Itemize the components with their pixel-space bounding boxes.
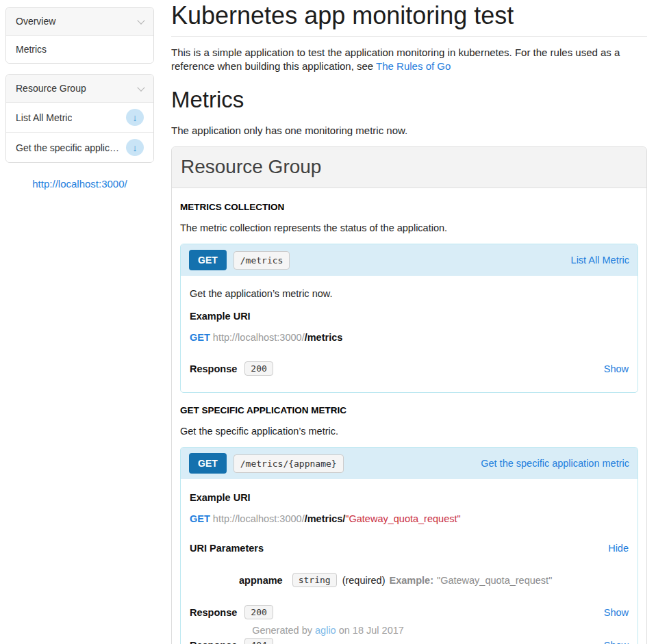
uri-parameters-label: URI Parameters	[190, 543, 264, 554]
sidebar-item-label: List All Metric	[16, 112, 72, 123]
example-uri-label: Example URI	[190, 492, 629, 503]
sidebar-item-metrics[interactable]: Metrics	[6, 36, 153, 63]
arrow-down-icon[interactable]: ↓	[126, 139, 144, 156]
action-body: Get the application’s metric now. Exampl…	[181, 276, 638, 392]
action-description: Get the application’s metric now.	[190, 288, 629, 299]
uri-template-chip: /metrics	[234, 251, 290, 270]
host-link[interactable]: http://localhost:3000/	[5, 178, 154, 190]
page-header: Kubernetes app monitoring test	[171, 0, 647, 37]
arrow-down-icon[interactable]: ↓	[126, 109, 144, 126]
example-method: GET	[190, 332, 210, 343]
main-content: Kubernetes app monitoring test This is a…	[171, 0, 647, 644]
parameter-type-chip: string	[292, 573, 337, 587]
example-method: GET	[190, 513, 210, 524]
page-title: Kubernetes app monitoring test	[171, 1, 647, 29]
uri-template-chip: /metrics/{appname}	[234, 454, 344, 473]
parameter-required-flag: (required)	[342, 575, 386, 586]
sidebar-group-resource-group: Resource Group List All Metric ↓ Get the…	[5, 74, 154, 163]
footer-date: on 18 Jul 2017	[336, 625, 404, 636]
sidebar-group-resource-group-label: Resource Group	[16, 83, 86, 94]
sidebar: Overview Metrics Resource Group List All…	[5, 7, 154, 190]
action-title-link[interactable]: List All Metric	[571, 255, 629, 266]
response-row: Response 200 Show	[190, 605, 629, 619]
example-uri: GET http://localhost:3000//metrics	[190, 332, 629, 343]
uri-parameters-hide-link[interactable]: Hide	[608, 543, 629, 554]
chevron-down-icon	[137, 83, 144, 91]
response-code-chip: 200	[244, 605, 273, 619]
example-uri-parameter-value: "Gateway_quota_request"	[345, 513, 460, 524]
page-footer: Generated by aglio on 18 Jul 2017	[0, 625, 656, 636]
resource-description: Get the specific application’s metric.	[180, 426, 638, 437]
parameter-example-label: Example:	[390, 575, 433, 586]
http-method-badge: GET	[189, 250, 227, 270]
resource-group-body: METRICS COLLECTION The metric collection…	[172, 188, 646, 644]
example-uri-label: Example URI	[190, 311, 629, 322]
http-method-badge: GET	[189, 453, 227, 474]
action-body: Example URI GET http://localhost:3000//m…	[181, 479, 638, 644]
action-card-get-specific-application-metric: GET /metrics/{appname} Get the specific …	[180, 447, 638, 644]
intro-paragraph: This is a simple application to test the…	[171, 46, 647, 73]
sidebar-group-overview: Overview Metrics	[5, 7, 154, 64]
sidebar-item-list-all-metric[interactable]: List All Metric ↓	[6, 103, 153, 133]
response-label: Response	[190, 607, 237, 618]
response-label: Response	[190, 640, 237, 644]
sidebar-group-overview-header[interactable]: Overview	[6, 8, 153, 36]
response-row: Response 404 Show	[190, 638, 629, 644]
sidebar-group-resource-group-header[interactable]: Resource Group	[6, 75, 153, 103]
resource-group-panel: Resource Group METRICS COLLECTION The me…	[171, 146, 647, 644]
metrics-section-description: The application only has one monitoring …	[171, 125, 647, 136]
response-show-link[interactable]: Show	[604, 363, 629, 374]
example-path: /metrics	[305, 332, 343, 343]
example-host: http://localhost:3000/	[213, 332, 305, 343]
resource-group-heading: Resource Group	[172, 147, 646, 188]
example-uri: GET http://localhost:3000//metrics/"Gate…	[190, 513, 629, 524]
response-row: Response 200 Show	[190, 361, 629, 376]
parameter-name: appname	[239, 575, 283, 586]
response-code-chip: 200	[244, 361, 273, 376]
response-code-chip: 404	[244, 638, 273, 644]
metrics-section-title: Metrics	[171, 87, 647, 113]
resource-name-get-specific-application-metric: GET SPECIFIC APPLICATION METRIC	[180, 405, 638, 415]
example-host: http://localhost:3000/	[213, 513, 305, 524]
sidebar-item-label: Metrics	[16, 44, 47, 55]
example-path: /metrics/	[305, 513, 346, 524]
resource-description: The metric collection represents the sta…	[180, 222, 638, 233]
parameter-row-appname: appname string (required) Example: "Gate…	[239, 573, 629, 587]
action-title-link[interactable]: Get the specific application metric	[481, 458, 629, 469]
sidebar-item-get-specific-application-metric[interactable]: Get the specific application metric ↓	[6, 133, 153, 162]
aglio-link[interactable]: aglio	[315, 625, 336, 636]
footer-generated-by: Generated by	[252, 625, 315, 636]
uri-parameters-row: URI Parameters Hide	[190, 543, 629, 554]
response-show-link[interactable]: Show	[604, 640, 629, 644]
resource-name-metrics-collection: METRICS COLLECTION	[180, 202, 638, 212]
response-label: Response	[190, 363, 237, 374]
response-show-link[interactable]: Show	[604, 607, 629, 618]
chevron-down-icon	[137, 16, 144, 24]
parameter-example-value: "Gateway_quota_request"	[437, 575, 552, 586]
action-header[interactable]: GET /metrics List All Metric	[181, 244, 638, 276]
rules-of-go-link[interactable]: The Rules of Go	[376, 60, 451, 72]
action-card-list-all-metric: GET /metrics List All Metric Get the app…	[180, 244, 638, 393]
sidebar-item-label: Get the specific application metric	[16, 142, 122, 153]
action-header[interactable]: GET /metrics/{appname} Get the specific …	[181, 448, 638, 479]
sidebar-group-overview-label: Overview	[16, 16, 55, 27]
